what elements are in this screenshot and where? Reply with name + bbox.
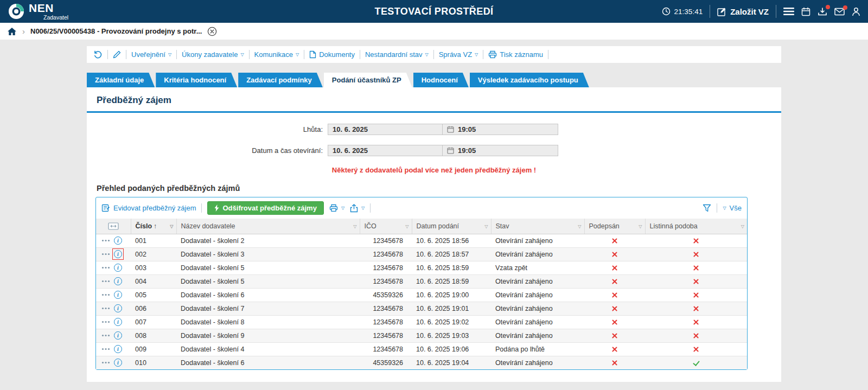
info-icon-wrap[interactable]: [114, 304, 122, 312]
cell-nazev-dodavatele: Dodavatel - školení 8: [176, 315, 360, 329]
row-menu-icon[interactable]: [101, 293, 110, 296]
field-label: Lhůta:: [95, 125, 328, 133]
table-row[interactable]: 010 Dodavatel - školení 6 45359326 10. 6…: [96, 356, 747, 369]
table-row[interactable]: 002 Dodavatel - školení 3 12345678 10. 6…: [96, 247, 747, 261]
export-grid-button[interactable]: ▽: [350, 204, 365, 213]
filter-all-dropdown[interactable]: ▽ Vše: [723, 204, 742, 212]
cell-datum-podani: 10. 6. 2025 19:06: [412, 342, 491, 356]
user-profile-button[interactable]: [852, 7, 860, 16]
row-menu-icon[interactable]: [101, 361, 110, 364]
cell-podepsan: [584, 274, 645, 288]
column-chooser-button[interactable]: [96, 219, 131, 234]
info-icon[interactable]: [114, 359, 122, 367]
row-menu-icon[interactable]: [101, 307, 110, 310]
column-header-nazev-dodavatele[interactable]: Název dodavatele ▽: [176, 219, 360, 234]
breadcrumb-record[interactable]: N006/25/V00005438 - Provozování prodejny…: [30, 27, 202, 35]
otevirani-date-field[interactable]: 10. 6. 2025: [328, 145, 442, 156]
register-interest-button[interactable]: Evidovat předběžný zájem: [101, 204, 196, 212]
column-header-datum-podani[interactable]: Datum podání ▽: [412, 219, 491, 234]
print-grid-button[interactable]: ▽: [329, 204, 344, 212]
filter-caret-icon[interactable]: ▽: [578, 223, 581, 228]
lhuta-time-field[interactable]: 19:05: [442, 124, 558, 135]
filter-caret-icon[interactable]: ▽: [639, 223, 642, 228]
create-vz-button[interactable]: Založit VZ: [717, 7, 769, 16]
cell-nazev-dodavatele: Dodavatel - školení 6: [176, 356, 360, 369]
column-header-ico[interactable]: IČO ▽: [360, 219, 412, 234]
toolbar-item-uverejneni[interactable]: Uveřejnění ▽: [131, 50, 171, 59]
filter-caret-icon[interactable]: ▽: [170, 223, 173, 228]
row-menu-icon[interactable]: [101, 239, 110, 242]
column-label: Listinná podoba: [650, 222, 698, 230]
info-icon-wrap[interactable]: [114, 250, 122, 258]
row-menu-icon[interactable]: [101, 348, 110, 350]
info-icon[interactable]: [114, 250, 122, 258]
tab-zakladni-udaje[interactable]: Základní údaje: [87, 73, 155, 87]
table-row[interactable]: 006 Dodavatel - školení 7 12345678 10. 6…: [96, 302, 747, 315]
otevirani-time-field[interactable]: 19:05: [442, 145, 558, 156]
lhuta-date-field[interactable]: 10. 6. 2025: [328, 124, 442, 135]
column-header-podepsan[interactable]: Podepsán ▽: [584, 219, 645, 234]
info-icon-wrap[interactable]: [114, 291, 122, 299]
table-row[interactable]: 005 Dodavatel - školení 6 45359326 10. 6…: [96, 288, 747, 302]
row-menu-icon[interactable]: [101, 334, 110, 337]
info-icon-wrap[interactable]: [114, 345, 122, 353]
downloads-button[interactable]: [818, 7, 827, 16]
info-icon-wrap[interactable]: [114, 318, 122, 326]
info-icon-wrap[interactable]: [114, 236, 122, 245]
row-menu-icon[interactable]: [101, 266, 110, 269]
toolbar-item-komunikace[interactable]: Komunikace ▽: [254, 50, 299, 59]
row-menu-icon[interactable]: [101, 321, 110, 323]
info-icon[interactable]: [114, 277, 122, 285]
tab-hodnoceni[interactable]: Hodnocení: [413, 73, 469, 87]
tab-podani-ucastniku-zp[interactable]: Podání účastníků ZP: [324, 73, 412, 87]
home-icon[interactable]: [7, 27, 17, 36]
info-icon-wrap[interactable]: [114, 359, 122, 367]
info-icon[interactable]: [114, 236, 122, 245]
tab-vysledek-zadavaciho-postupu[interactable]: Výsledek zadávacího postupu: [470, 73, 589, 87]
filter-caret-icon[interactable]: ▽: [405, 223, 409, 228]
caret-down-icon: ▽: [240, 53, 244, 57]
info-icon[interactable]: [114, 318, 122, 326]
cell-stav: Otevírání zahájeno: [491, 315, 584, 329]
messages-button[interactable]: [834, 8, 845, 16]
pencil-icon[interactable]: [113, 50, 121, 59]
table-row[interactable]: 008 Dodavatel - školení 9 12345678 10. 6…: [96, 329, 747, 342]
nen-logo[interactable]: NEN Zadavatel: [8, 2, 68, 21]
info-icon[interactable]: [114, 345, 122, 353]
table-row[interactable]: 001 Dodavatel - školení 2 12345678 10. 6…: [96, 234, 747, 247]
main-menu-button[interactable]: [783, 7, 794, 16]
info-icon-wrap[interactable]: [114, 277, 122, 285]
table-row[interactable]: 007 Dodavatel - školení 8 12345678 10. 6…: [96, 315, 747, 329]
toolbar-item-ukony-zadavatele[interactable]: Úkony zadavatele ▽: [182, 50, 244, 59]
row-menu-icon[interactable]: [101, 280, 110, 283]
decrypt-button[interactable]: Odšifrovat předběžné zájmy: [207, 201, 323, 215]
row-menu-icon[interactable]: [101, 253, 110, 255]
filter-caret-icon[interactable]: ▽: [353, 223, 356, 228]
table-row[interactable]: 003 Dodavatel - školení 5 12345678 10. 6…: [96, 261, 747, 274]
toolbar-item-tisk-zaznamu[interactable]: Tisk záznamu: [488, 50, 543, 59]
filter-caret-icon[interactable]: ▽: [741, 223, 744, 228]
info-icon[interactable]: [114, 331, 122, 340]
info-icon[interactable]: [114, 291, 122, 299]
filter-caret-icon[interactable]: ▽: [484, 223, 488, 228]
info-icon[interactable]: [114, 264, 122, 272]
filter-icon[interactable]: [703, 204, 711, 212]
column-header-listinna-podoba[interactable]: Listinná podoba ▽: [645, 219, 747, 234]
toolbar-item-sprava-vz[interactable]: Správa VZ ▽: [439, 50, 478, 59]
tab-zadavaci-podminky[interactable]: Zadávací podmínky: [238, 73, 323, 87]
history-back-icon[interactable]: [93, 50, 103, 59]
info-icon-wrap[interactable]: [114, 331, 122, 340]
column-header-stav[interactable]: Stav ▽: [491, 219, 584, 234]
close-icon[interactable]: [207, 27, 217, 36]
cell-listinna-podoba: [645, 356, 747, 369]
column-header-cislo[interactable]: Číslo↑ ▽: [131, 219, 176, 234]
column-label: Podepsán: [589, 222, 620, 230]
table-row[interactable]: 004 Dodavatel - školení 5 12345678 10. 6…: [96, 274, 747, 288]
toolbar-item-nestandardni-stav[interactable]: Nestandardní stav ▽: [365, 50, 429, 59]
toolbar-item-dokumenty[interactable]: Dokumenty: [309, 50, 355, 59]
calendar-button[interactable]: [801, 7, 810, 16]
info-icon-wrap[interactable]: [114, 264, 122, 272]
info-icon[interactable]: [114, 304, 122, 312]
table-row[interactable]: 009 Dodavatel - školení 4 12345678 10. 6…: [96, 342, 747, 356]
tab-kriteria-hodnoceni[interactable]: Kritéria hodnocení: [156, 73, 237, 87]
